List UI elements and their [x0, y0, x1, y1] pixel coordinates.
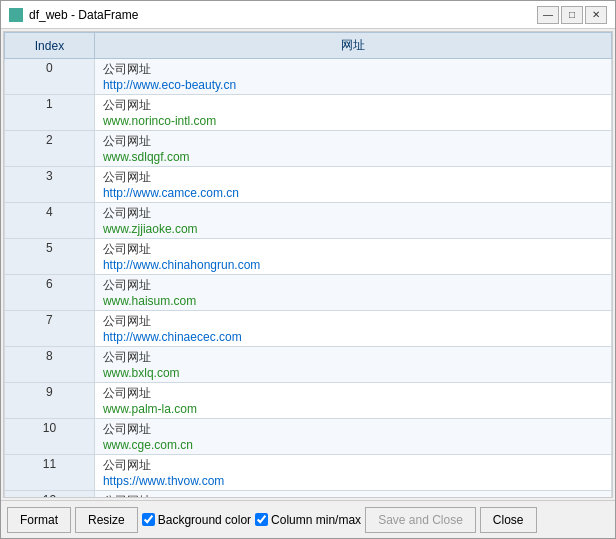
- title-controls: — □ ✕: [537, 6, 607, 24]
- col-header-index: Index: [5, 33, 95, 59]
- cell-url: www.cge.com.cn: [103, 438, 603, 452]
- table-row: 12公司网址http://www.weihaigufen.com.cn: [5, 491, 612, 498]
- cell-label: 公司网址: [103, 385, 603, 402]
- cell-url: www.sdlqgf.com: [103, 150, 603, 164]
- cell-url: http://www.chinaecec.com: [103, 330, 603, 344]
- cell-label: 公司网址: [103, 457, 603, 474]
- data-table: Index 网址 0公司网址http://www.eco-beauty.cn1公…: [4, 32, 612, 497]
- row-cell: 公司网址http://www.chinahongrun.com: [94, 239, 611, 275]
- row-index: 2: [5, 131, 95, 167]
- window-icon: [9, 8, 23, 22]
- cell-label: 公司网址: [103, 349, 603, 366]
- bg-color-checkbox[interactable]: [142, 513, 155, 526]
- window-close-button[interactable]: ✕: [585, 6, 607, 24]
- cell-label: 公司网址: [103, 61, 603, 78]
- minimize-button[interactable]: —: [537, 6, 559, 24]
- col-minmax-label: Column min/max: [271, 513, 361, 527]
- col-minmax-checkbox[interactable]: [255, 513, 268, 526]
- table-row: 6公司网址www.haisum.com: [5, 275, 612, 311]
- close-button[interactable]: Close: [480, 507, 537, 533]
- row-index: 12: [5, 491, 95, 498]
- cell-label: 公司网址: [103, 133, 603, 150]
- row-cell: 公司网址http://www.camce.com.cn: [94, 167, 611, 203]
- row-index: 3: [5, 167, 95, 203]
- cell-url: www.palm-la.com: [103, 402, 603, 416]
- table-row: 1公司网址www.norinco-intl.com: [5, 95, 612, 131]
- row-index: 4: [5, 203, 95, 239]
- cell-url: http://www.chinahongrun.com: [103, 258, 603, 272]
- cell-label: 公司网址: [103, 241, 603, 258]
- main-window: df_web - DataFrame — □ ✕ Index 网址 0公司网址h…: [0, 0, 616, 539]
- save-and-close-button[interactable]: Save and Close: [365, 507, 476, 533]
- table-row: 8公司网址www.bxlq.com: [5, 347, 612, 383]
- row-cell: 公司网址www.palm-la.com: [94, 383, 611, 419]
- row-cell: 公司网址www.sdlqgf.com: [94, 131, 611, 167]
- row-index: 8: [5, 347, 95, 383]
- row-cell: 公司网址http://www.chinaecec.com: [94, 311, 611, 347]
- row-cell: 公司网址www.zjjiaoke.com: [94, 203, 611, 239]
- table-row: 0公司网址http://www.eco-beauty.cn: [5, 59, 612, 95]
- row-index: 5: [5, 239, 95, 275]
- cell-url: https://www.thvow.com: [103, 474, 603, 488]
- row-index: 1: [5, 95, 95, 131]
- cell-url: www.norinco-intl.com: [103, 114, 603, 128]
- resize-button[interactable]: Resize: [75, 507, 138, 533]
- table-row: 10公司网址www.cge.com.cn: [5, 419, 612, 455]
- bg-color-checkbox-group[interactable]: Background color: [142, 513, 251, 527]
- window-title: df_web - DataFrame: [29, 8, 537, 22]
- cell-url: www.zjjiaoke.com: [103, 222, 603, 236]
- row-index: 11: [5, 455, 95, 491]
- cell-label: 公司网址: [103, 313, 603, 330]
- cell-label: 公司网址: [103, 169, 603, 186]
- cell-label: 公司网址: [103, 277, 603, 294]
- cell-url: www.bxlq.com: [103, 366, 603, 380]
- row-index: 6: [5, 275, 95, 311]
- col-minmax-checkbox-group[interactable]: Column min/max: [255, 513, 361, 527]
- row-cell: 公司网址www.cge.com.cn: [94, 419, 611, 455]
- row-cell: 公司网址https://www.thvow.com: [94, 455, 611, 491]
- table-row: 5公司网址http://www.chinahongrun.com: [5, 239, 612, 275]
- cell-url: www.haisum.com: [103, 294, 603, 308]
- row-cell: 公司网址www.bxlq.com: [94, 347, 611, 383]
- cell-label: 公司网址: [103, 97, 603, 114]
- cell-label: 公司网址: [103, 205, 603, 222]
- table-row: 3公司网址http://www.camce.com.cn: [5, 167, 612, 203]
- bg-color-label: Background color: [158, 513, 251, 527]
- footer-bar: Format Resize Background color Column mi…: [1, 500, 615, 538]
- table-row: 11公司网址https://www.thvow.com: [5, 455, 612, 491]
- table-row: 2公司网址www.sdlqgf.com: [5, 131, 612, 167]
- row-cell: 公司网址www.haisum.com: [94, 275, 611, 311]
- table-row: 7公司网址http://www.chinaecec.com: [5, 311, 612, 347]
- maximize-button[interactable]: □: [561, 6, 583, 24]
- table-row: 4公司网址www.zjjiaoke.com: [5, 203, 612, 239]
- title-bar: df_web - DataFrame — □ ✕: [1, 1, 615, 29]
- table-scroll[interactable]: Index 网址 0公司网址http://www.eco-beauty.cn1公…: [4, 32, 612, 497]
- row-index: 10: [5, 419, 95, 455]
- row-cell: 公司网址http://www.eco-beauty.cn: [94, 59, 611, 95]
- row-cell: 公司网址http://www.weihaigufen.com.cn: [94, 491, 611, 498]
- format-button[interactable]: Format: [7, 507, 71, 533]
- row-index: 0: [5, 59, 95, 95]
- col-header-url: 网址: [94, 33, 611, 59]
- table-row: 9公司网址www.palm-la.com: [5, 383, 612, 419]
- table-container: Index 网址 0公司网址http://www.eco-beauty.cn1公…: [3, 31, 613, 498]
- row-index: 9: [5, 383, 95, 419]
- cell-label: 公司网址: [103, 493, 603, 497]
- row-cell: 公司网址www.norinco-intl.com: [94, 95, 611, 131]
- row-index: 7: [5, 311, 95, 347]
- cell-url: http://www.camce.com.cn: [103, 186, 603, 200]
- cell-url: http://www.eco-beauty.cn: [103, 78, 603, 92]
- cell-label: 公司网址: [103, 421, 603, 438]
